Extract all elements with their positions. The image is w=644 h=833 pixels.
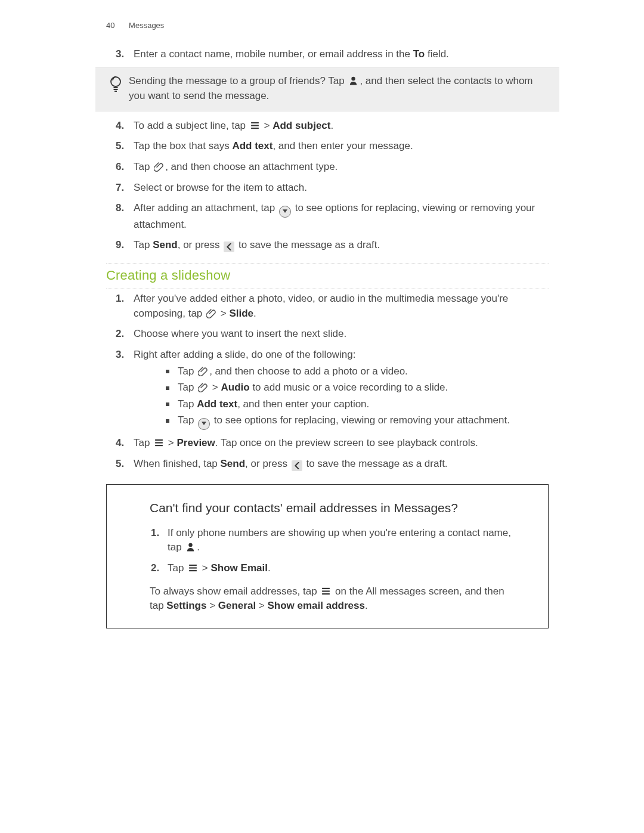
bullet-text: to see options for replacing, viewing or… [211,414,510,426]
step-number: 7. [116,181,124,196]
lightbulb-icon [109,75,123,93]
step-text: Tap [134,161,153,172]
paperclip-icon [198,366,208,376]
step-text: , or press [245,458,290,469]
dropdown-icon [198,418,210,430]
faq-box: Can't find your contacts' email addresse… [106,484,549,628]
step-text: After you've added either a photo, video… [134,293,508,319]
bullet-item: Tap > Audio to add music or a voice reco… [166,380,549,395]
step-text: After adding an attachment, tap [134,202,278,213]
step-text: Enter a contact name, mobile number, or … [134,48,413,60]
step-text: . [268,562,271,574]
step-text: Tap [134,437,153,448]
label-send: Send [153,239,178,250]
faq-step-1: 1. If only phone numbers are showing up … [150,526,511,555]
faq-step-2: 2. Tap > Show Email. [150,561,511,576]
slide-step-2: 2. Choose where you want to insert the n… [106,327,549,342]
bullet-text: to add music or a voice recording to a s… [250,382,448,393]
step-7: 7. Select or browse for the item to atta… [106,181,549,196]
step-number: 2. [116,327,124,342]
bullet-item: Tap to see options for replacing, viewin… [166,413,549,430]
step-text: , or press [178,239,223,250]
text: To always show email addresses, tap [150,586,320,597]
faq-title: Can't find your contacts' email addresse… [150,499,511,517]
page-number: 40 [106,21,114,30]
label-send: Send [221,458,246,469]
step-text: If only phone numbers are showing up whe… [168,527,511,553]
person-icon [185,542,196,552]
step-number: 3. [116,348,124,363]
step-number: 4. [116,119,124,134]
label-audio: Audio [221,382,250,393]
label-settings: Settings [166,600,206,611]
sep: > [261,120,273,131]
slide-step-1: 1. After you've added either a photo, vi… [106,292,549,321]
step-number: 1. [151,526,159,541]
sep: > [256,600,267,611]
step-text: Tap [134,239,153,250]
sep: > [209,382,221,393]
bullet-text: , and then enter your caption. [237,398,369,410]
back-icon [292,460,302,471]
tip-callout: Sending the message to a group of friend… [95,67,559,111]
back-icon [224,241,234,252]
step-text: to save the message as a draft. [304,458,448,469]
step-text: , and then enter your message. [273,140,413,151]
step-4: 4. To add a subject line, tap > Add subj… [106,119,549,134]
step-text: To add a subject line, tap [134,120,249,131]
bullet-text: Tap [178,414,197,426]
menu-icon [250,120,260,131]
step-text: . Tap once on the preview screen to see … [215,437,478,448]
menu-icon [154,438,164,448]
menu-icon [321,586,331,596]
step-9: 9. Tap Send, or press to save the messag… [106,238,549,253]
sep: > [206,600,218,611]
bullet-item: Tap , and then choose to add a photo or … [166,364,549,379]
step-text: Select or browse for the item to attach. [134,182,307,193]
step-number: 9. [116,238,124,253]
page-header: 40 Messages [0,20,644,32]
label-add-text: Add text [232,140,273,151]
label-preview: Preview [177,437,215,448]
step-text: Tap the box that says [134,140,232,151]
step-number: 3. [116,47,124,62]
faq-footer: To always show email addresses, tap on t… [150,584,511,614]
step-number: 1. [116,292,124,306]
step-text: Choose where you want to insert the next… [134,328,346,339]
step-text: , and then choose an attachment type. [165,161,338,172]
step-number: 6. [116,160,124,175]
bullet-text: Tap [178,398,197,410]
step-text: When finished, tap [134,458,221,469]
step-number: 5. [116,139,124,154]
step-5: 5. Tap the box that says Add text, and t… [106,139,549,154]
paperclip-icon [206,308,216,318]
slide-step-5: 5. When finished, tap Send, or press to … [106,457,549,472]
step-number: 2. [151,561,159,576]
sep: > [218,308,229,319]
sep: > [165,437,177,448]
bullet-item: Tap Add text, and then enter your captio… [166,397,549,412]
section-title: Messages [129,21,164,30]
label-add-text: Add text [197,398,237,410]
dropdown-icon [279,206,291,218]
step-number: 8. [116,201,124,216]
menu-icon [188,563,198,573]
sep: > [199,562,210,574]
step-6: 6. Tap , and then choose an attachment t… [106,160,549,175]
step-number: 5. [116,457,124,472]
paperclip-icon [198,382,208,392]
label-add-subject: Add subject [273,120,330,131]
label-to: To [413,48,425,60]
person-icon [348,76,358,86]
step-3: 3. Enter a contact name, mobile number, … [106,47,549,62]
step-text: Right after adding a slide, do one of th… [134,349,355,360]
slide-step-4: 4. Tap > Preview. Tap once on the previe… [106,436,549,451]
step-text: . [197,541,200,553]
bullet-text: Tap [178,366,197,377]
step-text: . [253,308,256,319]
step-text: . [330,120,333,131]
step-text: to save the message as a draft. [236,239,380,250]
step-text: field. [425,48,449,60]
label-show-email-address: Show email address [267,600,364,611]
label-show-email: Show Email [211,562,268,574]
